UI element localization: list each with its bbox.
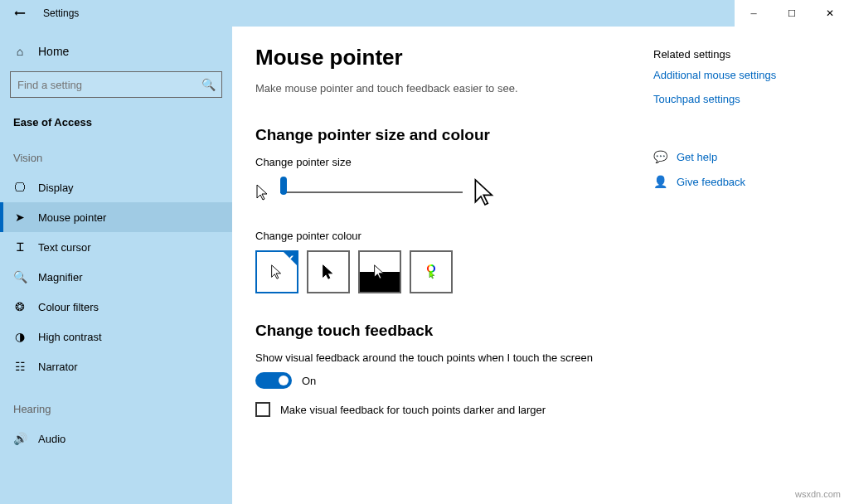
search-icon: 🔍 bbox=[201, 78, 215, 91]
sidebar-item-colour-filters[interactable]: ❂ Colour filters bbox=[0, 292, 232, 322]
colour-filters-icon: ❂ bbox=[13, 300, 27, 313]
touch-feedback-toggle[interactable] bbox=[255, 372, 292, 389]
pointer-colour-black[interactable] bbox=[307, 250, 350, 293]
pointer-colour-label: Change pointer colour bbox=[255, 230, 645, 242]
audio-icon: 🔊 bbox=[13, 432, 27, 445]
pointer-colour-custom[interactable] bbox=[410, 250, 453, 293]
touch-checkbox-label: Make visual feedback for touch points da… bbox=[280, 404, 546, 416]
back-button[interactable]: 🠔 bbox=[0, 7, 40, 20]
touch-toggle-state: On bbox=[302, 375, 316, 387]
sidebar-item-label: Colour filters bbox=[38, 301, 99, 313]
home-icon: ⌂ bbox=[13, 45, 27, 58]
sidebar-item-mouse-pointer[interactable]: ➤ Mouse pointer bbox=[0, 202, 232, 232]
sidebar-item-display[interactable]: 🖵 Display bbox=[0, 172, 232, 202]
sidebar-item-high-contrast[interactable]: ◑ High contrast bbox=[0, 322, 232, 351]
narrator-icon: ☷ bbox=[13, 360, 27, 373]
text-cursor-icon: Ꮖ bbox=[13, 240, 27, 254]
sidebar-item-label: Magnifier bbox=[38, 271, 82, 284]
window-close-button[interactable] bbox=[811, 0, 849, 27]
cursor-preview-small-icon bbox=[255, 183, 270, 201]
pointer-colour-inverted[interactable] bbox=[358, 250, 401, 293]
sidebar-section-hearing: Hearing bbox=[0, 396, 232, 424]
cursor-preview-large-icon bbox=[473, 177, 497, 208]
main-content: Mouse pointer Make mouse pointer and tou… bbox=[232, 27, 849, 504]
window-maximize-button[interactable] bbox=[773, 0, 811, 27]
magnifier-icon: 🔍 bbox=[13, 270, 27, 284]
sidebar-item-label: Text cursor bbox=[38, 241, 91, 254]
sidebar-item-label: Mouse pointer bbox=[38, 211, 106, 224]
sidebar-item-label: High contrast bbox=[38, 331, 102, 343]
page-description: Make mouse pointer and touch feedback ea… bbox=[255, 82, 645, 94]
section-pointer-heading: Change pointer size and colour bbox=[255, 126, 645, 144]
link-give-feedback[interactable]: Give feedback bbox=[677, 176, 745, 188]
sidebar: ⌂ Home 🔍 Ease of Access Vision 🖵 Display… bbox=[0, 27, 232, 504]
pointer-size-slider[interactable] bbox=[280, 183, 463, 201]
section-touch-heading: Change touch feedback bbox=[255, 322, 645, 340]
window-minimize-button[interactable] bbox=[735, 0, 773, 27]
titlebar: 🠔 Settings bbox=[0, 0, 849, 27]
touch-darker-checkbox[interactable] bbox=[255, 402, 270, 417]
related-heading: Related settings bbox=[653, 48, 819, 61]
sidebar-category: Ease of Access bbox=[0, 109, 232, 145]
search-input-wrap[interactable]: 🔍 bbox=[10, 71, 222, 98]
mouse-pointer-icon: ➤ bbox=[13, 211, 27, 224]
touch-toggle-label: Show visual feedback around the touch po… bbox=[255, 351, 645, 364]
sidebar-item-magnifier[interactable]: 🔍 Magnifier bbox=[0, 262, 232, 292]
high-contrast-icon: ◑ bbox=[13, 330, 27, 343]
sidebar-home-button[interactable]: ⌂ Home bbox=[0, 36, 232, 66]
watermark: wsxdn.com bbox=[795, 489, 841, 499]
pointer-colour-white[interactable] bbox=[255, 250, 298, 293]
sidebar-item-label: Display bbox=[38, 182, 74, 194]
pointer-size-label: Change pointer size bbox=[255, 156, 645, 168]
sidebar-item-label: Narrator bbox=[38, 361, 78, 373]
link-get-help[interactable]: Get help bbox=[677, 151, 717, 163]
sidebar-item-text-cursor[interactable]: Ꮖ Text cursor bbox=[0, 232, 232, 262]
window-title: Settings bbox=[40, 7, 79, 19]
sidebar-item-audio[interactable]: 🔊 Audio bbox=[0, 424, 232, 453]
sidebar-item-narrator[interactable]: ☷ Narrator bbox=[0, 351, 232, 381]
svg-point-0 bbox=[428, 265, 434, 272]
page-title: Mouse pointer bbox=[255, 45, 645, 70]
search-input[interactable] bbox=[17, 79, 201, 91]
sidebar-section-vision: Vision bbox=[0, 145, 232, 172]
sidebar-item-label: Audio bbox=[38, 433, 65, 445]
help-icon: 💬 bbox=[653, 150, 667, 163]
display-icon: 🖵 bbox=[13, 181, 27, 194]
link-touchpad-settings[interactable]: Touchpad settings bbox=[653, 93, 819, 105]
sidebar-home-label: Home bbox=[38, 45, 69, 58]
link-additional-mouse-settings[interactable]: Additional mouse settings bbox=[653, 69, 819, 81]
feedback-icon: 👤 bbox=[653, 175, 667, 188]
related-settings-panel: Related settings Additional mouse settin… bbox=[645, 45, 819, 486]
